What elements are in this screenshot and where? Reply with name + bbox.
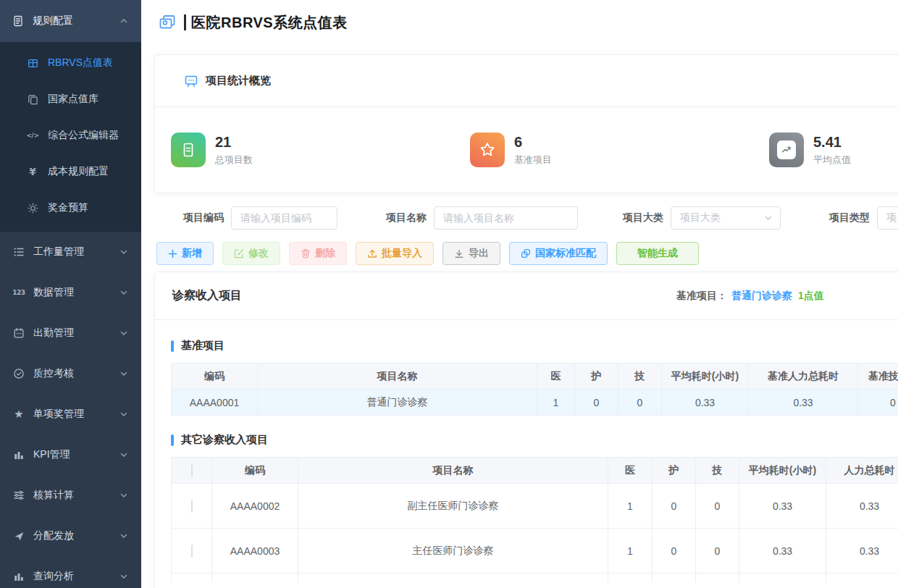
benchmark-info: 基准项目： 普通门诊诊察 1点值	[676, 272, 824, 320]
column-header: 技	[696, 458, 739, 484]
sidebar-item-national-point-library[interactable]: 国家点值库	[0, 81, 141, 117]
table-row-partial	[172, 574, 898, 582]
filter-project-code: 项目编码	[183, 206, 337, 230]
filter-label: 项目编码	[183, 211, 224, 224]
sidebar-item-label: 数据管理	[33, 286, 74, 299]
column-header: 平均耗时(小时)	[739, 458, 826, 484]
column-header: 人力总耗时	[826, 458, 898, 484]
sidebar-item-kpi-management[interactable]: KPI管理	[0, 434, 141, 475]
add-button[interactable]: 新增	[156, 242, 214, 265]
calendar-icon	[12, 327, 25, 339]
main-content: 医院RBRVS系统点值表 项目统计概览	[141, 0, 898, 588]
project-code-input[interactable]	[231, 206, 337, 230]
filter-label: 项目名称	[386, 211, 427, 224]
link-icon	[521, 248, 531, 259]
benchmark-project-link[interactable]: 普通门诊诊察	[731, 290, 792, 303]
sidebar-item-quality-assessment[interactable]: 质控考核	[0, 353, 141, 394]
export-button[interactable]: 导出	[442, 242, 500, 265]
sidebar-item-label: RBRVS点值表	[48, 56, 113, 70]
benchmark-label: 基准项目：	[676, 290, 727, 303]
row-checkbox[interactable]	[191, 545, 193, 558]
cell-project-name: 副主任医师门诊诊察	[298, 484, 608, 529]
select-placeholder: 项目大类	[680, 211, 721, 224]
sidebar-item-label: 质控考核	[33, 367, 74, 380]
sidebar-item-bonus-budget[interactable]: 奖金预算	[0, 190, 141, 226]
column-header: 医	[608, 458, 652, 484]
sidebar-item-label: 奖金预算	[48, 201, 88, 214]
filter-label: 项目类型	[829, 211, 870, 224]
column-header: 技	[618, 364, 662, 390]
sidebar-item-attendance-management[interactable]: 出勤管理	[0, 313, 141, 353]
sidebar-group-rule-config[interactable]: 规则配置	[0, 0, 141, 42]
sidebar-item-query-analysis[interactable]: 查询分析	[0, 556, 141, 588]
sidebar-submenu: RBRVS点值表 国家点值库 </> 综合公式编辑器 ¥ 成本规则配置	[0, 42, 141, 232]
stat-benchmark-projects: 6 基准项目	[470, 133, 769, 167]
chevron-down-icon	[119, 288, 128, 297]
trash-icon	[301, 248, 311, 259]
sidebar-item-workload-management[interactable]: 工作量管理	[0, 232, 141, 272]
sidebar: 规则配置 RBRVS点值表 国家点值库 </> 综合公式编辑器	[0, 0, 141, 588]
project-type-select[interactable]: 项目类型	[877, 206, 898, 230]
column-header: 基准技	[858, 364, 898, 390]
table-row[interactable]: AAAA0003 主任医师门诊诊察 1 0 0 0.33 0.33	[172, 529, 898, 574]
select-all-checkbox[interactable]	[191, 464, 193, 477]
table-row[interactable]: AAAA0001 普通门诊诊察 1 0 0 0.33 0.33 0	[172, 390, 898, 416]
batch-import-button[interactable]: 批量导入	[356, 242, 434, 265]
sidebar-item-cost-rule-config[interactable]: ¥ 成本规则配置	[0, 154, 141, 190]
cell-tech: 0	[696, 484, 739, 529]
sidebar-item-accounting-calculation[interactable]: 核算计算	[0, 475, 141, 516]
filter-project-category: 项目大类 项目大类	[623, 206, 781, 230]
column-header: 平均耗时(小时)	[662, 364, 749, 390]
chevron-down-icon	[119, 572, 128, 581]
sidebar-item-label: 国家点值库	[48, 93, 98, 106]
section-header: 诊察收入项目 基准项目： 普通门诊诊察 1点值	[155, 272, 898, 320]
cell-nurse: 0	[652, 484, 696, 529]
cell-nurse: 0	[575, 390, 618, 416]
edit-button[interactable]: 修改	[222, 242, 280, 265]
table-grid-icon	[26, 58, 39, 69]
sidebar-item-label: 分配发放	[33, 529, 74, 542]
plus-icon	[168, 249, 177, 259]
table-row[interactable]: AAAA0002 副主任医师门诊诊察 1 0 0 0.33 0.33	[172, 484, 898, 529]
other-subsection-title: 其它诊察收入项目	[171, 433, 898, 447]
upload-icon	[367, 248, 377, 259]
page-title: 医院RBRVS系统点值表	[191, 13, 348, 33]
other-projects-table: 编码 项目名称 医 护 技 平均耗时(小时) 人力总耗时	[171, 457, 898, 582]
yen-icon: ¥	[26, 167, 39, 177]
stat-label: 基准项目	[514, 154, 552, 167]
blue-accent-bar	[171, 340, 174, 352]
sidebar-item-label: 成本规则配置	[48, 165, 109, 178]
chevron-down-icon	[119, 491, 128, 500]
row-checkbox[interactable]	[191, 500, 193, 513]
sidebar-item-label: 查询分析	[33, 570, 74, 583]
document-icon	[12, 15, 24, 27]
cell-project-name: 主任医师门诊诊察	[298, 529, 608, 574]
sun-icon	[26, 203, 39, 214]
column-header: 编码	[212, 458, 298, 484]
sidebar-item-label: 综合公式编辑器	[48, 129, 119, 142]
national-standard-match-button[interactable]: 国家标准匹配	[509, 242, 608, 265]
stat-average-points: 5.41 平均点值	[769, 133, 898, 167]
cell-code: AAAA0001	[172, 390, 258, 416]
cell-doctor: 1	[608, 484, 652, 529]
project-name-input[interactable]	[434, 206, 578, 230]
overview-card: 项目统计概览 21 总项目数	[154, 54, 898, 193]
benchmark-table: 编码 项目名称 医 护 技 平均耗时(小时) 基准人力总耗时 基准技	[171, 363, 898, 416]
sidebar-item-single-award-management[interactable]: ★ 单项奖管理	[0, 394, 141, 434]
bar-chart-icon	[12, 571, 25, 582]
table-header-row: 编码 项目名称 医 护 技 平均耗时(小时) 人力总耗时	[172, 458, 898, 484]
column-header: 医	[537, 364, 575, 390]
copy-icon	[26, 94, 39, 105]
sidebar-item-label: 单项奖管理	[33, 408, 84, 421]
sidebar-item-distribution[interactable]: 分配发放	[0, 516, 141, 556]
sidebar-item-rbrvs-point-table[interactable]: RBRVS点值表	[0, 45, 141, 81]
sidebar-item-data-management[interactable]: 123 数据管理	[0, 272, 141, 313]
send-icon	[12, 531, 25, 542]
cell-tech: 0	[696, 529, 739, 574]
delete-button[interactable]: 删除	[289, 242, 347, 265]
blue-accent-bar	[171, 434, 174, 446]
smart-generate-button[interactable]: 智能生成	[616, 242, 699, 265]
project-category-select[interactable]: 项目大类	[671, 206, 781, 230]
sidebar-group-label: 规则配置	[33, 14, 73, 28]
sidebar-item-formula-editor[interactable]: </> 综合公式编辑器	[0, 117, 141, 154]
